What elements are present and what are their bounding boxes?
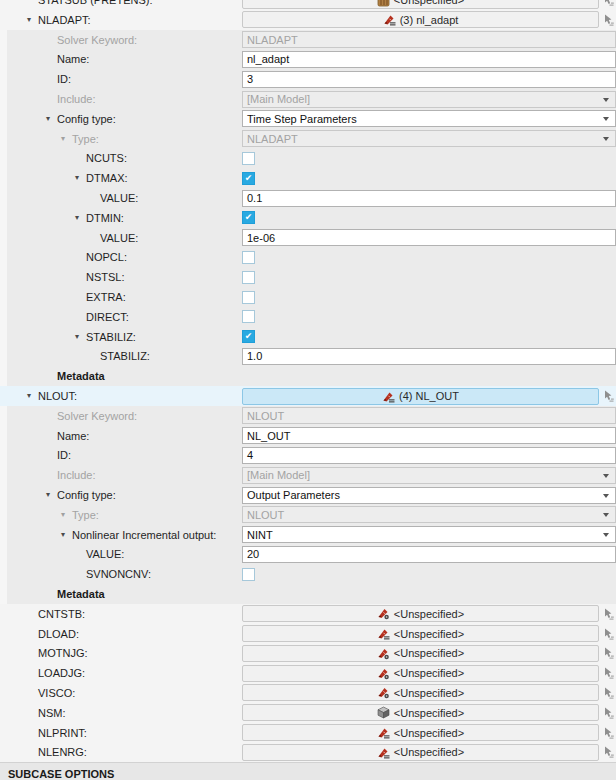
row-label: Type:	[72, 509, 99, 521]
entity-picker-cursor-icon[interactable]	[603, 647, 614, 659]
dropdown-field: [Main Model]	[242, 91, 616, 108]
dropdown-field[interactable]: Output Parameters	[242, 487, 616, 504]
property-row: Include:[Main Model]	[0, 89, 616, 109]
pen-lines-icon	[377, 746, 390, 759]
row-label: Config type:	[57, 113, 116, 125]
checkbox[interactable]	[242, 310, 255, 323]
text-input[interactable]: nl_adapt	[242, 51, 616, 68]
expand-collapse-arrow-icon[interactable]: ▾	[46, 491, 57, 499]
dropdown-field[interactable]: Time Step Parameters	[242, 110, 616, 127]
checkbox[interactable]: ✔	[242, 211, 255, 224]
row-value-cell: ✔	[242, 208, 616, 228]
row-label-cell: ▾DTMIN:	[0, 208, 242, 228]
row-label: VALUE:	[100, 232, 138, 244]
property-row: NSM:<Unspecified>	[0, 703, 616, 723]
dropdown-field[interactable]: NINT	[242, 526, 616, 543]
text-input[interactable]: 3	[242, 71, 616, 88]
text-input[interactable]: 0.1	[242, 190, 616, 207]
text-input: NLADAPT	[242, 31, 616, 48]
row-label-cell: NSTSL:	[0, 267, 242, 287]
entity-value-text: (3) nl_adapt	[400, 14, 459, 26]
row-label-cell: DLOAD:	[0, 624, 242, 644]
checkbox[interactable]: ✔	[242, 330, 255, 343]
section-header-label[interactable]: SUBCASE OPTIONS	[8, 768, 114, 780]
entity-selector-field[interactable]: <Unspecified>	[242, 744, 599, 761]
entity-picker-cursor-icon[interactable]	[603, 608, 614, 620]
expand-collapse-arrow-icon[interactable]: ▾	[75, 333, 86, 341]
text-input[interactable]: 20	[242, 546, 616, 563]
entity-picker-cursor-icon[interactable]	[603, 687, 614, 699]
row-label-cell: NOPCL:	[0, 248, 242, 268]
row-value-cell	[242, 267, 616, 287]
expand-collapse-arrow-icon[interactable]: ▾	[27, 16, 38, 24]
row-label[interactable]: Metadata	[57, 370, 105, 382]
row-label: CNTSTB:	[38, 608, 85, 620]
property-row: ID:3	[0, 69, 616, 89]
entity-selector-field[interactable]: (3) nl_adapt	[242, 11, 599, 28]
row-label: Include:	[57, 469, 96, 481]
entity-picker-cursor-icon[interactable]	[603, 707, 614, 719]
entity-picker-cursor-icon[interactable]	[603, 727, 614, 739]
row-label-cell: Metadata	[0, 366, 242, 386]
dropdown-caret-icon	[603, 98, 609, 102]
checkbox[interactable]	[242, 152, 255, 165]
expand-collapse-arrow-icon[interactable]: ▾	[46, 115, 57, 123]
entity-selector-field[interactable]: <Unspecified>	[242, 0, 599, 9]
entity-selector-field[interactable]: <Unspecified>	[242, 625, 599, 642]
row-label-cell: ▾Type:	[0, 129, 242, 149]
entity-selector-field[interactable]: (4) NL_OUT	[242, 388, 599, 405]
row-label-cell: NLENRG:	[0, 742, 242, 762]
expand-collapse-arrow-icon[interactable]: ▾	[61, 135, 72, 143]
entity-value-text: <Unspecified>	[394, 707, 464, 719]
dropdown-field: [Main Model]	[242, 467, 616, 484]
row-label-cell: SUBCASE OPTIONS	[0, 763, 242, 780]
expand-collapse-arrow-icon[interactable]: ▾	[27, 392, 38, 400]
entity-selector-field[interactable]: <Unspecified>	[242, 704, 599, 721]
checkbox[interactable]	[242, 291, 255, 304]
entity-value-text: <Unspecified>	[394, 727, 464, 739]
row-label[interactable]: Metadata	[57, 588, 105, 600]
row-label-cell: ▾NLOUT:	[0, 386, 242, 406]
row-label: ID:	[57, 449, 71, 461]
row-value-cell: <Unspecified>	[242, 604, 616, 624]
row-label-cell: ▾Config type:	[0, 485, 242, 505]
row-value-cell: <Unspecified>	[242, 663, 616, 683]
entity-selector-field[interactable]: <Unspecified>	[242, 724, 599, 741]
entity-selector-field[interactable]: <Unspecified>	[242, 605, 599, 622]
row-label-cell: Name:	[0, 426, 242, 446]
expand-collapse-arrow-icon[interactable]: ▾	[75, 214, 86, 222]
row-value-cell: Time Step Parameters	[242, 109, 616, 129]
row-value-cell: NLOUT	[242, 406, 616, 426]
pen-circle-icon	[377, 686, 390, 699]
entity-selector-field[interactable]: <Unspecified>	[242, 645, 599, 662]
row-label-cell: STABILIZ:	[0, 347, 242, 367]
expand-collapse-arrow-icon[interactable]: ▾	[61, 531, 72, 539]
text-input[interactable]: NL_OUT	[242, 427, 616, 444]
expand-collapse-arrow-icon[interactable]: ▾	[75, 174, 86, 182]
expand-collapse-arrow-icon[interactable]: ▾	[61, 511, 72, 519]
row-label-cell: Solver Keyword:	[0, 406, 242, 426]
text-input[interactable]: 1.0	[242, 348, 616, 365]
checkbox[interactable]	[242, 568, 255, 581]
entity-picker-cursor-icon[interactable]	[603, 0, 614, 6]
field-value-text: NINT	[247, 529, 273, 541]
checkbox[interactable]	[242, 271, 255, 284]
entity-picker-cursor-icon[interactable]	[603, 14, 614, 26]
checkbox[interactable]: ✔	[242, 172, 255, 185]
entity-picker-cursor-icon[interactable]	[603, 628, 614, 640]
entity-picker-cursor-icon[interactable]	[603, 667, 614, 679]
entity-picker-cursor-icon[interactable]	[603, 390, 614, 402]
checkbox[interactable]	[242, 251, 255, 264]
entity-selector-field[interactable]: <Unspecified>	[242, 665, 599, 682]
text-input[interactable]: 1e-06	[242, 229, 616, 246]
entity-selector-field[interactable]: <Unspecified>	[242, 684, 599, 701]
entity-picker-cursor-icon[interactable]	[603, 746, 614, 758]
property-row: VISCO:<Unspecified>	[0, 683, 616, 703]
pen-lines-icon	[377, 627, 390, 640]
property-row: Metadata	[0, 584, 616, 604]
text-input[interactable]: 4	[242, 447, 616, 464]
row-label-cell: VALUE:	[0, 188, 242, 208]
field-value-text: NL_OUT	[247, 430, 290, 442]
entity-value-text: <Unspecified>	[394, 0, 464, 6]
row-value-cell: NL_OUT	[242, 426, 616, 446]
